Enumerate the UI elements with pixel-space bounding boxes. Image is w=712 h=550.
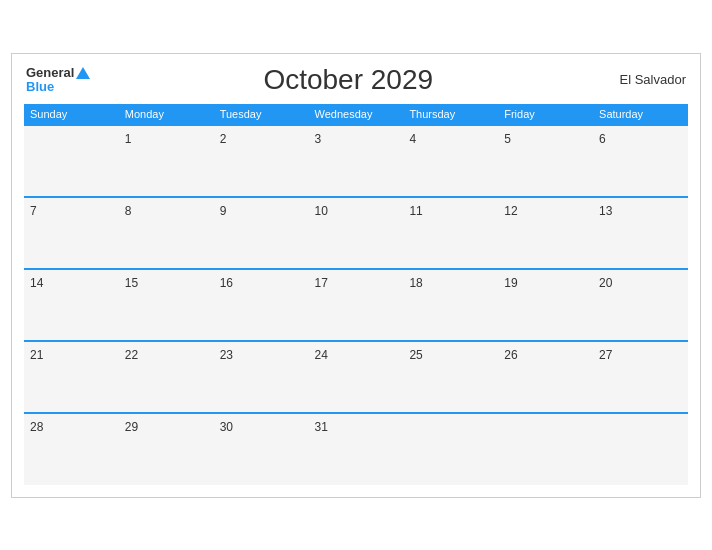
calendar-cell	[24, 125, 119, 197]
calendar-cell: 25	[403, 341, 498, 413]
header-friday: Friday	[498, 104, 593, 125]
calendar-cell: 19	[498, 269, 593, 341]
calendar-cell	[593, 413, 688, 485]
header-thursday: Thursday	[403, 104, 498, 125]
calendar-cell: 21	[24, 341, 119, 413]
day-number: 11	[409, 204, 422, 218]
header-monday: Monday	[119, 104, 214, 125]
day-number: 26	[504, 348, 517, 362]
logo-triangle-icon	[76, 67, 90, 79]
day-number: 13	[599, 204, 612, 218]
day-number: 22	[125, 348, 138, 362]
logo-general-text: General	[26, 66, 90, 79]
calendar-cell: 2	[214, 125, 309, 197]
calendar-cell: 20	[593, 269, 688, 341]
header-wednesday: Wednesday	[309, 104, 404, 125]
day-number: 15	[125, 276, 138, 290]
calendar-cell	[498, 413, 593, 485]
calendar-cell: 1	[119, 125, 214, 197]
calendar-grid: Sunday Monday Tuesday Wednesday Thursday…	[24, 104, 688, 485]
calendar-cell: 17	[309, 269, 404, 341]
calendar-cell: 4	[403, 125, 498, 197]
calendar: General Blue October 2029 El Salvador Su…	[11, 53, 701, 498]
calendar-cell: 18	[403, 269, 498, 341]
day-number: 4	[409, 132, 416, 146]
calendar-cell: 23	[214, 341, 309, 413]
week-row-3: 14151617181920	[24, 269, 688, 341]
day-number: 14	[30, 276, 43, 290]
day-number: 18	[409, 276, 422, 290]
day-number: 2	[220, 132, 227, 146]
day-number: 25	[409, 348, 422, 362]
header-sunday: Sunday	[24, 104, 119, 125]
logo: General Blue	[26, 66, 90, 93]
calendar-cell: 6	[593, 125, 688, 197]
calendar-cell: 11	[403, 197, 498, 269]
calendar-cell: 31	[309, 413, 404, 485]
calendar-cell	[403, 413, 498, 485]
logo-blue-text: Blue	[26, 80, 90, 93]
calendar-cell: 3	[309, 125, 404, 197]
day-number: 17	[315, 276, 328, 290]
day-number: 1	[125, 132, 132, 146]
calendar-cell: 28	[24, 413, 119, 485]
day-number: 23	[220, 348, 233, 362]
day-number: 8	[125, 204, 132, 218]
day-number: 21	[30, 348, 43, 362]
day-number: 16	[220, 276, 233, 290]
calendar-title: October 2029	[90, 64, 606, 96]
day-number: 12	[504, 204, 517, 218]
country-label: El Salvador	[606, 72, 686, 87]
day-number: 29	[125, 420, 138, 434]
calendar-cell: 5	[498, 125, 593, 197]
header-saturday: Saturday	[593, 104, 688, 125]
calendar-cell: 30	[214, 413, 309, 485]
week-row-2: 78910111213	[24, 197, 688, 269]
calendar-cell: 27	[593, 341, 688, 413]
day-number: 5	[504, 132, 511, 146]
day-number: 3	[315, 132, 322, 146]
day-number: 28	[30, 420, 43, 434]
day-number: 10	[315, 204, 328, 218]
day-number: 19	[504, 276, 517, 290]
calendar-cell: 8	[119, 197, 214, 269]
calendar-cell: 12	[498, 197, 593, 269]
calendar-cell: 7	[24, 197, 119, 269]
calendar-cell: 15	[119, 269, 214, 341]
day-number: 7	[30, 204, 37, 218]
calendar-cell: 26	[498, 341, 593, 413]
calendar-cell: 24	[309, 341, 404, 413]
week-row-4: 21222324252627	[24, 341, 688, 413]
week-row-5: 28293031	[24, 413, 688, 485]
day-number: 20	[599, 276, 612, 290]
calendar-cell: 13	[593, 197, 688, 269]
day-number: 6	[599, 132, 606, 146]
calendar-cell: 9	[214, 197, 309, 269]
day-number: 9	[220, 204, 227, 218]
header-tuesday: Tuesday	[214, 104, 309, 125]
week-row-1: 123456	[24, 125, 688, 197]
calendar-header: General Blue October 2029 El Salvador	[24, 64, 688, 96]
day-number: 24	[315, 348, 328, 362]
calendar-cell: 14	[24, 269, 119, 341]
calendar-cell: 10	[309, 197, 404, 269]
weekday-header-row: Sunday Monday Tuesday Wednesday Thursday…	[24, 104, 688, 125]
logo-general-label: General	[26, 66, 74, 79]
day-number: 27	[599, 348, 612, 362]
day-number: 30	[220, 420, 233, 434]
calendar-cell: 29	[119, 413, 214, 485]
day-number: 31	[315, 420, 328, 434]
calendar-cell: 16	[214, 269, 309, 341]
calendar-cell: 22	[119, 341, 214, 413]
